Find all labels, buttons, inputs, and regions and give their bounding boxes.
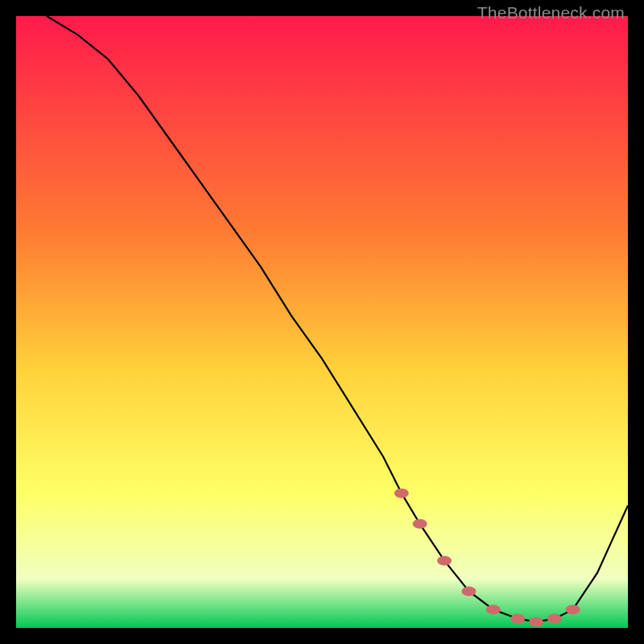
watermark-text: TheBottleneck.com bbox=[477, 3, 625, 23]
bottleneck-chart bbox=[16, 16, 628, 628]
highlight-marker bbox=[566, 605, 580, 614]
highlight-marker bbox=[486, 605, 501, 614]
highlight-marker bbox=[461, 586, 476, 596]
highlight-marker bbox=[547, 614, 562, 624]
highlight-marker bbox=[529, 617, 543, 626]
highlight-marker bbox=[394, 489, 409, 498]
highlight-marker bbox=[413, 519, 427, 529]
chart-frame: TheBottleneck.com bbox=[0, 0, 644, 644]
gradient-background bbox=[16, 16, 628, 628]
highlight-marker bbox=[510, 614, 525, 624]
highlight-marker bbox=[437, 555, 452, 565]
plot-area bbox=[16, 16, 628, 628]
